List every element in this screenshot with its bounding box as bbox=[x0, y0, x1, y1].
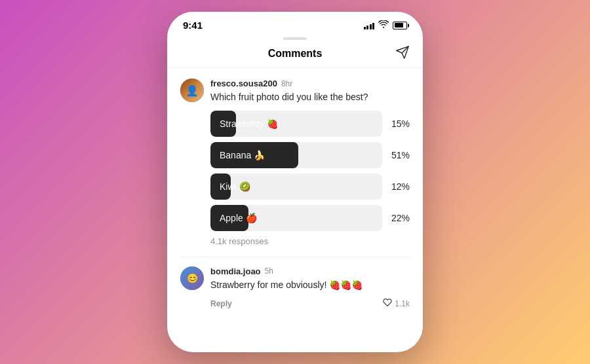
poll-option-label: Apple 🍎 bbox=[210, 205, 382, 231]
poll-percent: 15% bbox=[389, 118, 410, 129]
battery-icon bbox=[393, 22, 407, 29]
status-time: 9:41 bbox=[183, 20, 203, 31]
poll-bar-wrapper: Kiwi 🥝 bbox=[210, 173, 382, 200]
poll-percent: 22% bbox=[389, 213, 410, 223]
comment-footer: Reply 1.1k bbox=[210, 298, 410, 309]
content-area: 👤 fresco.sousa200 8hr Which fruit photo … bbox=[167, 68, 423, 352]
poll-row: Kiwi 🥝 12% bbox=[210, 173, 410, 200]
comment-item: 👤 fresco.sousa200 8hr Which fruit photo … bbox=[180, 79, 410, 246]
comment-text: Strawberry for me obviously! 🍓🍓🍓 bbox=[210, 279, 410, 292]
comment-time: 8hr bbox=[281, 79, 292, 88]
signal-icon bbox=[364, 22, 375, 29]
comment-text: Which fruit photo did you like the best? bbox=[210, 91, 410, 104]
avatar: 😊 bbox=[180, 266, 204, 290]
responses-count: 4.1k responses bbox=[210, 236, 410, 246]
sheet-title: Comments bbox=[268, 48, 323, 60]
comment-item: 😊 bomdia.joao 5h Strawberry for me obvio… bbox=[180, 266, 410, 310]
sheet-header: Comments bbox=[167, 45, 423, 68]
reply-button[interactable]: Reply bbox=[210, 299, 232, 308]
status-icons bbox=[364, 20, 408, 30]
like-action[interactable]: 1.1k bbox=[383, 298, 410, 309]
heart-icon bbox=[383, 298, 392, 309]
status-bar: 9:41 bbox=[167, 12, 423, 35]
send-icon[interactable] bbox=[395, 45, 410, 63]
poll-bar-wrapper: Apple 🍎 bbox=[210, 205, 382, 231]
comment-body: fresco.sousa200 8hr Which fruit photo di… bbox=[210, 79, 410, 246]
poll-option-label: Banana 🍌 bbox=[210, 142, 382, 168]
poll-percent: 51% bbox=[389, 150, 410, 160]
poll-bar-wrapper: Banana 🍌 bbox=[210, 142, 382, 168]
comment-header: fresco.sousa200 8hr bbox=[210, 79, 410, 88]
poll-bar-wrapper: Strawberry 🍓 bbox=[210, 111, 382, 137]
poll-percent: 12% bbox=[389, 181, 410, 192]
poll-row: Strawberry 🍓 15% bbox=[210, 111, 410, 137]
comment-header: bomdia.joao 5h bbox=[210, 266, 410, 276]
comment-body: bomdia.joao 5h Strawberry for me obvious… bbox=[210, 266, 410, 310]
poll-option-label: Kiwi 🥝 bbox=[210, 173, 382, 200]
poll-row: Banana 🍌 51% bbox=[210, 142, 410, 168]
username: bomdia.joao bbox=[210, 266, 261, 276]
poll-container: Strawberry 🍓 15% Banana 🍌 51% bbox=[210, 111, 410, 231]
drag-handle bbox=[167, 35, 423, 45]
like-count: 1.1k bbox=[395, 299, 410, 308]
divider bbox=[180, 257, 410, 257]
avatar: 👤 bbox=[180, 79, 204, 102]
poll-option-label: Strawberry 🍓 bbox=[210, 111, 382, 137]
username: fresco.sousa200 bbox=[210, 79, 277, 88]
poll-row: Apple 🍎 22% bbox=[210, 205, 410, 231]
wifi-icon bbox=[378, 20, 389, 30]
comment-time: 5h bbox=[265, 266, 273, 276]
phone-frame: 9:41 Comment bbox=[167, 12, 423, 352]
